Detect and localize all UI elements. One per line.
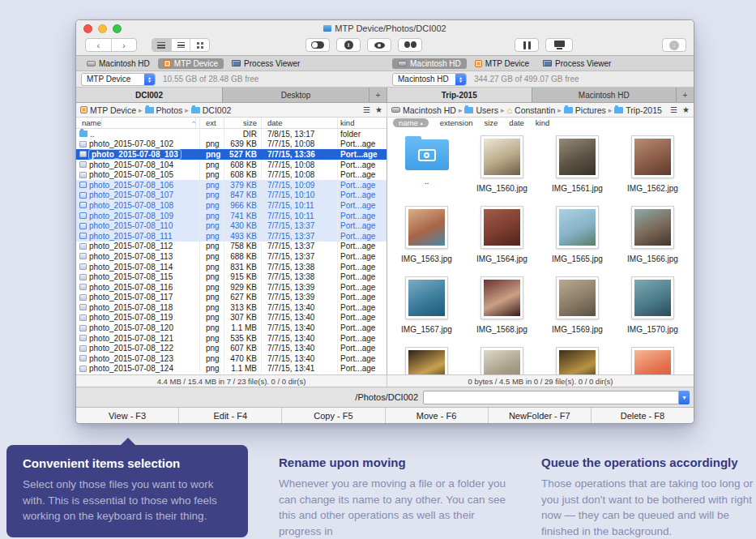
table-row[interactable]: photo_2015-07-08_104png608 KB7/7/15, 10:…	[76, 160, 387, 170]
breadcrumb-item[interactable]: Trip-2015	[614, 105, 662, 115]
view-brief-button[interactable]	[171, 39, 190, 51]
table-row[interactable]: photo_2015-07-08_121png535 KB7/7/15, 13:…	[76, 333, 387, 344]
favorites-star-icon[interactable]: ★	[375, 105, 382, 114]
sort-header-date[interactable]: date	[509, 118, 524, 127]
grid-item[interactable]	[615, 340, 690, 374]
grid-item[interactable]: ..	[389, 129, 464, 199]
left-drive-select[interactable]: MTP Device ▲▼	[81, 73, 156, 86]
breadcrumb-item[interactable]: MTP Device	[80, 105, 136, 115]
copy-f5-button[interactable]: Copy - F5	[282, 408, 385, 423]
view-thumbs-button[interactable]	[190, 39, 209, 51]
table-row[interactable]: photo_2015-07-08_118png313 KB7/7/15, 13:…	[76, 302, 387, 313]
table-row[interactable]: photo_2015-07-08_115png915 KB7/7/15, 13:…	[76, 272, 387, 282]
sort-header-kind[interactable]: kind	[536, 118, 549, 127]
table-row[interactable]: photo_2015-07-08_123png470 KB7/7/15, 13:…	[76, 353, 387, 364]
breadcrumb-item[interactable]: Photos	[145, 105, 183, 115]
grid-item[interactable]: IMG_1567.jpg	[389, 270, 464, 340]
close-button[interactable]	[83, 24, 92, 33]
tab-mtp-device-right[interactable]: MTP Device	[469, 58, 535, 69]
command-input[interactable]	[423, 391, 679, 404]
sort-header-extension[interactable]: extension	[440, 118, 473, 127]
folder-tab-dci002[interactable]: DCI002	[76, 88, 223, 102]
tab-macintosh-hd-right[interactable]: Macintosh HD	[392, 58, 467, 69]
minimize-button[interactable]	[98, 24, 107, 33]
history-list-icon[interactable]: ☰	[670, 105, 677, 114]
queue-button[interactable]	[515, 38, 539, 52]
table-row[interactable]: photo_2015-07-08_108png966 KB7/7/15, 10:…	[76, 200, 387, 211]
grid-item[interactable]: IMG_1562.jpg	[615, 129, 690, 199]
folder-tab-macintosh-hd[interactable]: Macintosh HD	[532, 88, 677, 102]
search-button[interactable]	[398, 38, 422, 52]
right-drive-select[interactable]: Macintosh HD ▲▼	[392, 73, 467, 86]
zoom-button[interactable]	[113, 24, 122, 33]
table-row[interactable]: photo_2015-07-08_106png379 KB7/7/15, 10:…	[76, 180, 387, 190]
grid-item[interactable]: IMG_1564.jpg	[464, 199, 540, 270]
table-row[interactable]: photo_2015-07-08_114png831 KB7/7/15, 13:…	[76, 262, 387, 272]
tab-mtp-device-left[interactable]: MTP Device	[158, 58, 224, 69]
favorites-star-icon[interactable]: ★	[682, 105, 690, 114]
sort-header-size[interactable]: size	[484, 118, 498, 127]
view-full-button[interactable]	[152, 39, 171, 51]
column-header-kind[interactable]: kind	[338, 118, 387, 128]
sort-chip-name[interactable]: name▴	[393, 118, 429, 127]
forward-button[interactable]: ›	[111, 39, 137, 51]
folder-tab-desktop[interactable]: Desktop	[223, 88, 369, 102]
table-row[interactable]: photo_2015-07-08_111png493 KB7/7/15, 13:…	[76, 231, 387, 242]
folder-tab-trip-2015[interactable]: Trip-2015	[387, 88, 532, 102]
grid-item[interactable]: IMG_1563.jpg	[389, 199, 464, 270]
eject-button[interactable]: ↓	[662, 38, 686, 52]
delete-f8-button[interactable]: Delete - F8	[592, 408, 694, 423]
table-row[interactable]: photo_2015-07-08_103png527 KB7/7/15, 13:…	[76, 149, 387, 160]
tab-macintosh-hd-left[interactable]: Macintosh HD	[81, 58, 156, 69]
network-button[interactable]	[545, 38, 573, 52]
new-tab-button[interactable]: +	[369, 88, 387, 102]
table-row[interactable]: photo_2015-07-08_122png607 KB7/7/15, 13:…	[76, 343, 387, 353]
breadcrumb-item[interactable]: Macintosh HD	[391, 105, 456, 115]
table-row[interactable]: ..DIR7/8/15, 13:17folder	[76, 129, 387, 139]
grid-item[interactable]: IMG_1570.jpg	[615, 270, 690, 340]
grid-item[interactable]: IMG_1561.jpg	[540, 129, 615, 199]
breadcrumb-item[interactable]: Pictures	[564, 105, 606, 115]
breadcrumb-item[interactable]: Users	[464, 105, 498, 115]
table-row[interactable]: photo_2015-07-08_107png847 KB7/7/15, 10:…	[76, 190, 387, 201]
grid-item[interactable]: IMG_1568.jpg	[464, 270, 540, 340]
column-header-date[interactable]: date	[262, 118, 338, 128]
table-row[interactable]: photo_2015-07-08_119png307 KB7/7/15, 13:…	[76, 313, 387, 323]
grid-item[interactable]	[389, 340, 464, 374]
grid-item[interactable]: IMG_1569.jpg	[540, 270, 615, 340]
newfolder-f7-button[interactable]: NewFolder - F7	[489, 408, 592, 423]
column-header-ext[interactable]: ext	[200, 118, 224, 128]
grid-item[interactable]	[464, 340, 540, 374]
table-row[interactable]: photo_2015-07-08_105png608 KB7/7/15, 10:…	[76, 169, 387, 180]
grid-item[interactable]: IMG_1566.jpg	[615, 199, 690, 270]
view-f3-button[interactable]: View - F3	[76, 408, 179, 423]
table-row[interactable]: photo_2015-07-08_112png758 KB7/7/15, 13:…	[76, 242, 387, 252]
command-history-dropdown[interactable]: ▼	[679, 391, 690, 404]
table-row[interactable]: photo_2015-07-08_117png627 KB7/7/15, 13:…	[76, 293, 387, 303]
info-button[interactable]: i	[336, 38, 361, 52]
grid-item[interactable]: IMG_1565.jpg	[540, 199, 615, 270]
new-tab-button[interactable]: +	[677, 88, 694, 102]
grid-item[interactable]: IMG_1560.jpg	[464, 129, 540, 199]
table-row[interactable]: photo_2015-07-08_109png741 KB7/7/15, 10:…	[76, 211, 387, 221]
back-button[interactable]: ‹	[86, 39, 111, 51]
preview-button[interactable]	[367, 38, 391, 52]
breadcrumb-item[interactable]: ⌂Constantin	[506, 105, 555, 115]
column-header-name[interactable]: name^	[76, 118, 200, 128]
column-header-size[interactable]: size	[224, 118, 262, 128]
toggle-panels-button[interactable]	[305, 38, 330, 52]
table-row[interactable]: photo_2015-07-08_120png1.1 MB7/7/15, 13:…	[76, 323, 387, 333]
table-row[interactable]: photo_2015-07-08_102png639 KB7/7/15, 10:…	[76, 139, 387, 150]
move-f6-button[interactable]: Move - F6	[386, 408, 489, 423]
table-row[interactable]: photo_2015-07-08_124png1.1 MB7/7/15, 13:…	[76, 364, 387, 374]
table-row[interactable]: photo_2015-07-08_113png688 KB7/7/15, 13:…	[76, 251, 387, 262]
table-row[interactable]: photo_2015-07-08_116png929 KB7/7/15, 13:…	[76, 282, 387, 293]
table-row[interactable]: photo_2015-07-08_110png430 KB7/7/15, 13:…	[76, 220, 387, 231]
breadcrumb-item[interactable]: DCI002	[191, 105, 232, 115]
grid-item[interactable]	[540, 340, 615, 374]
history-list-icon[interactable]: ☰	[363, 105, 370, 114]
tab-process-viewer-right[interactable]: Process Viewer	[537, 58, 617, 69]
edit-f4-button[interactable]: Edit - F4	[179, 408, 282, 423]
tab-process-viewer-left[interactable]: Process Viewer	[226, 58, 305, 69]
titlebar[interactable]: MTP Device/Photos/DCI002	[76, 20, 694, 36]
